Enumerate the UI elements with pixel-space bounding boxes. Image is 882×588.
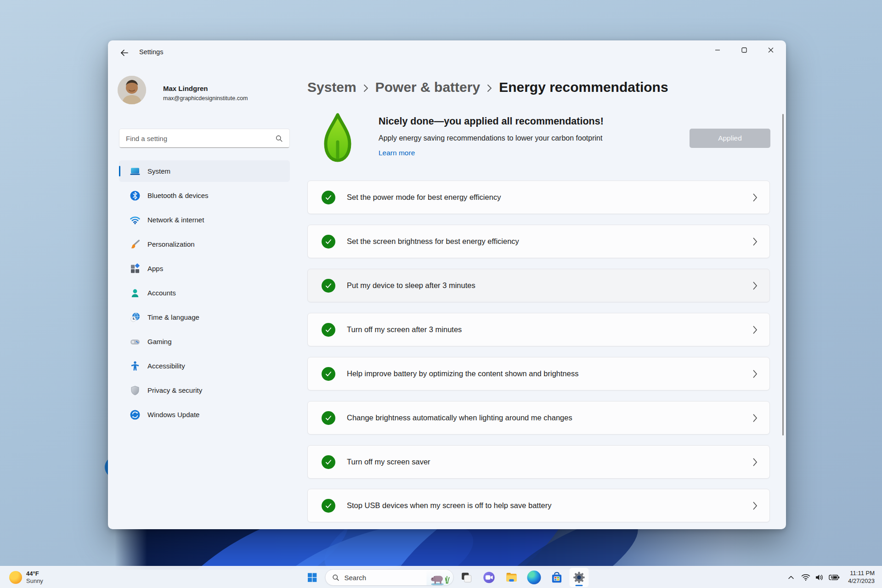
- sidebar-item-time-language[interactable]: Time & language: [119, 306, 290, 328]
- titlebar: Settings: [108, 40, 786, 64]
- sidebar-item-bluetooth-devices[interactable]: Bluetooth & devices: [119, 185, 290, 206]
- banner-subtitle: Apply energy saving recommendations to l…: [379, 134, 602, 142]
- settings-gear-icon: [573, 571, 586, 584]
- recommendation-row-power-mode[interactable]: Set the power mode for best energy effic…: [307, 181, 770, 214]
- settings-window: Settings Max Lindgren max@graphicdesigni…: [108, 40, 786, 529]
- recommendation-row-optimize-content[interactable]: Help improve battery by optimizing the c…: [307, 357, 770, 390]
- file-explorer-icon: [505, 571, 518, 584]
- profile-email: max@graphicdesigninstitute.com: [163, 95, 248, 102]
- paintbrush-icon: [130, 239, 141, 250]
- volume-icon: [815, 574, 824, 581]
- system-tray[interactable]: [797, 568, 843, 587]
- store-button[interactable]: [547, 568, 566, 587]
- wifi-icon: [130, 215, 141, 226]
- chevron-right-icon: [363, 82, 368, 92]
- battery-icon: [829, 574, 840, 581]
- sidebar-item-personalization[interactable]: Personalization: [119, 233, 290, 255]
- check-icon: [322, 499, 335, 513]
- sidebar-item-accessibility[interactable]: Accessibility: [119, 355, 290, 377]
- weather-temperature: 44°F: [26, 570, 43, 577]
- sun-icon: [9, 571, 22, 584]
- search-highlight-image: [427, 569, 453, 586]
- applied-button[interactable]: Applied: [690, 129, 770, 148]
- sidebar-item-windows-update[interactable]: Windows Update: [119, 404, 290, 425]
- task-view-button[interactable]: [457, 568, 476, 587]
- recommendation-row-usb[interactable]: Stop USB devices when my screen is off t…: [307, 489, 770, 522]
- minimize-button[interactable]: [704, 40, 731, 60]
- active-app-indicator: [576, 585, 583, 586]
- edge-icon: [527, 571, 541, 584]
- sidebar-item-privacy-security[interactable]: Privacy & security: [119, 379, 290, 401]
- taskbar-search-label: Search: [345, 574, 427, 582]
- start-button[interactable]: [303, 568, 322, 587]
- sidebar-item-gaming[interactable]: Gaming: [119, 331, 290, 352]
- avatar[interactable]: [118, 76, 146, 104]
- clock-time: 11:11 PM: [850, 570, 875, 577]
- check-icon: [322, 367, 335, 381]
- close-icon: [768, 47, 774, 53]
- selected-accent-bar: [119, 166, 120, 176]
- settings-button[interactable]: [570, 568, 589, 587]
- find-a-setting-box: [119, 129, 290, 148]
- minimize-icon: [715, 47, 720, 53]
- check-icon: [322, 411, 335, 425]
- page-title: Energy recommendations: [499, 79, 668, 95]
- learn-more-link[interactable]: Learn more: [379, 149, 415, 157]
- chevron-right-icon: [753, 193, 758, 202]
- chevron-up-icon: [788, 575, 794, 580]
- close-button[interactable]: [758, 40, 784, 60]
- banner-title: Nicely done—you applied all recommendati…: [379, 116, 604, 127]
- task-view-icon: [461, 571, 473, 583]
- clock[interactable]: 11:11 PM 4/27/2023: [843, 570, 879, 585]
- chevron-right-icon: [753, 237, 758, 246]
- search-icon: [332, 574, 340, 582]
- maximize-button[interactable]: [731, 40, 758, 60]
- breadcrumb-power-battery[interactable]: Power & battery: [375, 79, 480, 95]
- window-title: Settings: [139, 48, 163, 56]
- taskbar: 44°F Sunny Search: [0, 566, 882, 588]
- tray-overflow-button[interactable]: [785, 568, 797, 587]
- store-icon: [550, 571, 563, 584]
- sidebar-item-accounts[interactable]: Accounts: [119, 282, 290, 304]
- recommendation-row-screen-off[interactable]: Turn off my screen after 3 minutes: [307, 313, 770, 346]
- globe-clock-icon: [130, 312, 141, 323]
- recommendation-row-sleep[interactable]: Put my device to sleep after 3 minutes: [307, 269, 770, 302]
- breadcrumb-system[interactable]: System: [307, 79, 356, 95]
- sidebar-item-network-internet[interactable]: Network & internet: [119, 209, 290, 231]
- file-explorer-button[interactable]: [502, 568, 521, 587]
- chevron-right-icon: [487, 82, 492, 92]
- update-icon: [130, 409, 141, 420]
- desktop: { "app": { "title": "Settings" }, "profi…: [0, 0, 882, 588]
- system-icon: [130, 166, 141, 177]
- chevron-right-icon: [753, 414, 758, 422]
- sidebar-item-apps[interactable]: Apps: [119, 258, 290, 279]
- check-icon: [322, 323, 335, 337]
- check-icon: [322, 279, 335, 293]
- sidebar-item-system[interactable]: System: [119, 160, 290, 182]
- recommendation-row-screen-brightness[interactable]: Set the screen brightness for best energ…: [307, 225, 770, 258]
- chevron-right-icon: [753, 458, 758, 466]
- check-icon: [322, 235, 335, 249]
- back-arrow-icon: [120, 49, 129, 57]
- chevron-right-icon: [753, 502, 758, 510]
- search-input[interactable]: [119, 135, 275, 142]
- taskbar-search[interactable]: Search: [325, 569, 454, 586]
- scrollbar[interactable]: [782, 114, 784, 435]
- back-button[interactable]: [116, 46, 133, 60]
- gamepad-icon: [130, 336, 141, 347]
- clock-date: 4/27/2023: [848, 577, 875, 585]
- chat-button[interactable]: [480, 568, 499, 587]
- bluetooth-icon: [130, 190, 141, 201]
- weather-condition: Sunny: [26, 577, 43, 585]
- windows-logo-icon: [307, 572, 318, 583]
- chevron-right-icon: [753, 326, 758, 334]
- weather-widget[interactable]: 44°F Sunny: [5, 566, 48, 588]
- recommendation-row-auto-brightness[interactable]: Change brightness automatically when lig…: [307, 401, 770, 435]
- recommendation-row-screen-saver[interactable]: Turn off my screen saver: [307, 445, 770, 479]
- wifi-icon: [801, 574, 810, 581]
- shield-icon: [130, 385, 141, 396]
- search-icon[interactable]: [275, 135, 283, 142]
- chevron-right-icon: [753, 370, 758, 378]
- edge-button[interactable]: [525, 568, 544, 587]
- profile-name: Max Lindgren: [163, 85, 208, 92]
